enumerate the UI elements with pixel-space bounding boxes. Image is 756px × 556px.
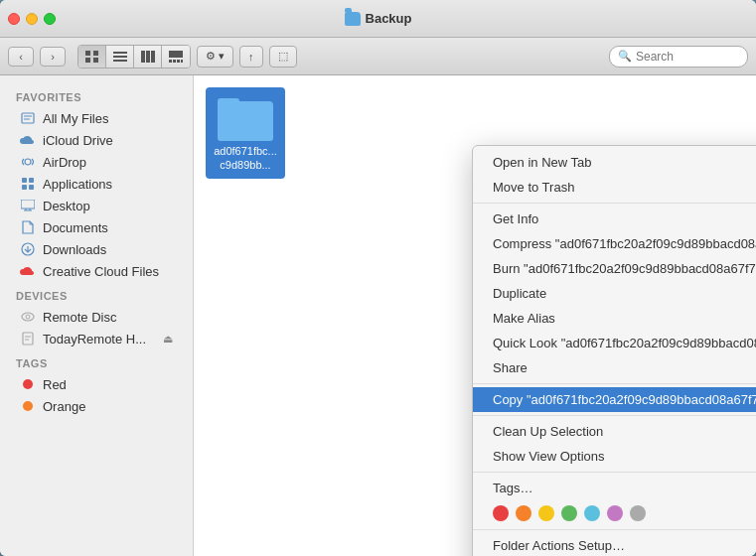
back-button[interactable]: ‹	[8, 47, 34, 67]
column-view-button[interactable]	[134, 46, 162, 68]
cm-copy[interactable]: Copy "ad0f671fbc20a2f09c9d89bbacd08a67f7…	[473, 387, 756, 412]
eject-button[interactable]: ⏏	[163, 333, 173, 346]
minimize-button[interactable]	[26, 13, 38, 25]
share-button[interactable]: ↑	[239, 46, 263, 68]
sidebar-item-remote-disc[interactable]: Remote Disc	[4, 306, 189, 328]
svg-point-18	[25, 159, 31, 165]
share-icon: ↑	[248, 51, 254, 63]
desktop-label: Desktop	[43, 199, 90, 213]
sidebar-item-desktop[interactable]: Desktop	[4, 195, 189, 216]
window-title: Backup	[366, 11, 412, 26]
list-view-button[interactable]	[106, 46, 134, 68]
cm-folder-actions[interactable]: Folder Actions Setup…	[473, 533, 756, 556]
red-tag-icon	[20, 376, 36, 392]
cm-show-view-options[interactable]: Show View Options	[473, 444, 756, 469]
airdrop-label: AirDrop	[43, 155, 86, 170]
svg-rect-7	[141, 51, 145, 63]
svg-rect-1	[93, 51, 98, 56]
cm-duplicate-label: Duplicate	[493, 286, 546, 301]
tag-orange[interactable]	[516, 505, 531, 521]
tag-purple[interactable]	[607, 505, 623, 521]
remote-disc-icon	[20, 309, 36, 325]
sidebar-item-all-my-files[interactable]: All My Files	[4, 107, 189, 129]
sidebar-item-documents[interactable]: Documents	[4, 216, 189, 238]
svg-rect-2	[85, 58, 90, 63]
creative-cloud-label: Creative Cloud Files	[43, 264, 159, 279]
sidebar-item-red-tag[interactable]: Red	[4, 373, 189, 395]
sidebar-item-applications[interactable]: Applications	[4, 173, 189, 195]
tag-blue[interactable]	[584, 505, 600, 521]
tag-red[interactable]	[493, 505, 509, 521]
sidebar-item-icloud-drive[interactable]: iCloud Drive	[4, 129, 189, 151]
cm-share[interactable]: Share ▶	[473, 355, 756, 380]
forward-button[interactable]: ›	[40, 47, 66, 67]
cm-compress[interactable]: Compress "ad0f671fbc20a2f09c9d89bbacd08a…	[473, 231, 756, 256]
cm-tags-label: Tags…	[493, 481, 532, 495]
cm-quick-look-label: Quick Look "ad0f671fbc20a2f09c9d89bbacd0…	[493, 336, 756, 350]
search-box[interactable]: 🔍	[609, 46, 748, 68]
desktop-icon	[20, 198, 36, 213]
finder-window: Backup ‹ › ⚙ ▾ ↑ ⬚	[0, 0, 756, 556]
tag-green[interactable]	[561, 505, 577, 521]
tag-yellow[interactable]	[538, 505, 554, 521]
action-arrow: ▾	[219, 50, 225, 63]
svg-rect-8	[146, 51, 150, 63]
close-button[interactable]	[8, 13, 20, 25]
icloud-icon	[20, 132, 36, 148]
svg-rect-20	[29, 178, 34, 183]
cm-tags-row	[473, 500, 756, 526]
action-button[interactable]: ⚙ ▾	[197, 46, 233, 68]
cm-burn[interactable]: Burn "ad0f671fbc20a2f09c9d89bbacd08a67f7…	[473, 256, 756, 281]
search-input[interactable]	[636, 50, 739, 64]
creative-cloud-icon	[20, 263, 36, 279]
cm-get-info[interactable]: Get Info	[473, 207, 756, 231]
tag-gray[interactable]	[630, 505, 646, 521]
sidebar-item-airdrop[interactable]: AirDrop	[4, 151, 189, 173]
documents-label: Documents	[43, 220, 108, 235]
view-buttons	[77, 45, 191, 69]
icon-view-button[interactable]	[78, 46, 106, 68]
cm-burn-label: Burn "ad0f671fbc20a2f09c9d89bbacd08a67f7…	[493, 261, 756, 276]
airdrop-icon	[20, 154, 36, 170]
cm-open-new-tab-label: Open in New Tab	[493, 155, 592, 170]
sidebar-item-creative-cloud[interactable]: Creative Cloud Files	[4, 260, 189, 282]
traffic-lights	[8, 13, 56, 25]
remote-disc-label: Remote Disc	[43, 310, 116, 325]
sidebar-item-downloads[interactable]: Downloads	[4, 238, 189, 260]
favorites-header: Favorites	[0, 83, 193, 107]
svg-rect-4	[113, 52, 127, 54]
maximize-button[interactable]	[44, 13, 56, 25]
title-folder-icon	[345, 12, 361, 26]
context-menu: Open in New Tab Move to Trash Get Info C…	[472, 145, 756, 556]
coverflow-view-button[interactable]	[162, 46, 190, 68]
cm-separator-3	[473, 415, 756, 416]
cm-duplicate[interactable]: Duplicate	[473, 281, 756, 306]
svg-rect-23	[21, 200, 35, 208]
cm-compress-label: Compress "ad0f671fbc20a2f09c9d89bbacd08a…	[493, 236, 756, 251]
svg-rect-9	[151, 51, 155, 63]
file-item[interactable]: ad0f671fbc...c9d89bb...	[206, 87, 285, 179]
svg-point-29	[22, 313, 34, 321]
sidebar-item-orange-tag[interactable]: Orange	[4, 395, 189, 417]
cm-open-new-tab[interactable]: Open in New Tab	[473, 150, 756, 175]
arrange-icon: ⬚	[278, 50, 288, 63]
sidebar-item-today-remote[interactable]: TodayRemote H... ⏏	[4, 328, 189, 349]
applications-icon	[20, 176, 36, 192]
cm-tags[interactable]: Tags…	[473, 476, 756, 500]
cm-clean-up-label: Clean Up Selection	[493, 424, 603, 439]
icloud-label: iCloud Drive	[43, 133, 113, 148]
cm-share-label: Share	[493, 360, 528, 375]
downloads-icon	[20, 241, 36, 257]
arrange-button[interactable]: ⬚	[269, 46, 297, 68]
cm-make-alias[interactable]: Make Alias	[473, 306, 756, 331]
cm-quick-look[interactable]: Quick Look "ad0f671fbc20a2f09c9d89bbacd0…	[473, 331, 756, 355]
sidebar: Favorites All My Files iCloud Drive AirD…	[0, 75, 194, 556]
cm-copy-label: Copy "ad0f671fbc20a2f09c9d89bbacd08a67f7…	[493, 392, 756, 407]
svg-rect-19	[22, 178, 27, 183]
cm-move-to-trash[interactable]: Move to Trash	[473, 175, 756, 200]
all-my-files-icon	[20, 110, 36, 126]
cm-clean-up[interactable]: Clean Up Selection	[473, 419, 756, 444]
svg-rect-5	[113, 56, 127, 58]
downloads-label: Downloads	[43, 242, 106, 257]
red-tag-label: Red	[43, 377, 67, 392]
